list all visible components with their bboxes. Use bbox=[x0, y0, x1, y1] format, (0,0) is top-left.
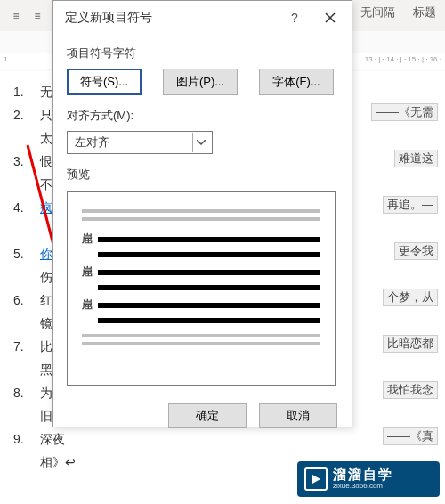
font-button[interactable]: 字体(F)... bbox=[259, 69, 334, 95]
style-heading[interactable]: 标题 bbox=[413, 4, 436, 20]
play-icon bbox=[304, 467, 328, 491]
doc-fragment: 个梦，从 bbox=[383, 289, 438, 306]
bullet-preview-char: 崫 bbox=[82, 232, 98, 247]
doc-fragment: 比暗恋都 bbox=[383, 335, 438, 353]
watermark-url: zixue.3d66.com bbox=[333, 483, 393, 491]
close-button[interactable] bbox=[312, 4, 348, 32]
style-no-spacing[interactable]: 无间隔 bbox=[360, 4, 395, 20]
bullet-preview-char: 崫 bbox=[82, 264, 98, 280]
preview-box: 崫 崫 崫 bbox=[67, 191, 336, 386]
close-icon bbox=[325, 12, 336, 23]
dialog-titlebar: 定义新项目符号 ? bbox=[53, 1, 352, 35]
doc-fragment: 难道这 bbox=[394, 150, 438, 167]
doc-fragment: 我怕我念 bbox=[383, 381, 438, 399]
preview-label: 预览 bbox=[67, 167, 337, 183]
align-left-icon[interactable]: ≡ bbox=[7, 7, 25, 25]
doc-fragment: ——《无需 bbox=[371, 103, 438, 121]
bullet-preview-char: 崫 bbox=[82, 297, 98, 313]
define-bullet-dialog: 定义新项目符号 ? 项目符号字符 符号(S)... 图片(P)... 字体(F)… bbox=[52, 0, 352, 427]
alignment-value: 左对齐 bbox=[75, 134, 192, 150]
doc-fragment: ——《真 bbox=[383, 427, 438, 445]
help-button[interactable]: ? bbox=[277, 4, 312, 32]
picture-button[interactable]: 图片(P)... bbox=[163, 69, 238, 95]
watermark: 溜溜自学 zixue.3d66.com bbox=[297, 461, 440, 497]
dialog-title: 定义新项目符号 bbox=[65, 10, 277, 26]
doc-fragment: 再追。— bbox=[383, 196, 438, 214]
bullet-char-label: 项目符号字符 bbox=[67, 45, 337, 61]
symbol-button[interactable]: 符号(S)... bbox=[67, 69, 142, 95]
chevron-down-icon bbox=[192, 133, 208, 152]
cancel-button[interactable]: 取消 bbox=[259, 403, 337, 428]
ok-button[interactable]: 确定 bbox=[168, 403, 247, 428]
align-center-icon[interactable]: ≡ bbox=[28, 7, 46, 25]
alignment-combo[interactable]: 左对齐 bbox=[67, 131, 213, 154]
watermark-brand: 溜溜自学 bbox=[333, 467, 393, 483]
ruler-left: 1 bbox=[4, 55, 7, 63]
alignment-label: 对齐方式(M): bbox=[67, 108, 337, 124]
doc-fragment: 更令我 bbox=[394, 242, 438, 260]
ruler-right: 13 · | · 14 · | · 15 · | · 16 · bbox=[365, 55, 441, 63]
